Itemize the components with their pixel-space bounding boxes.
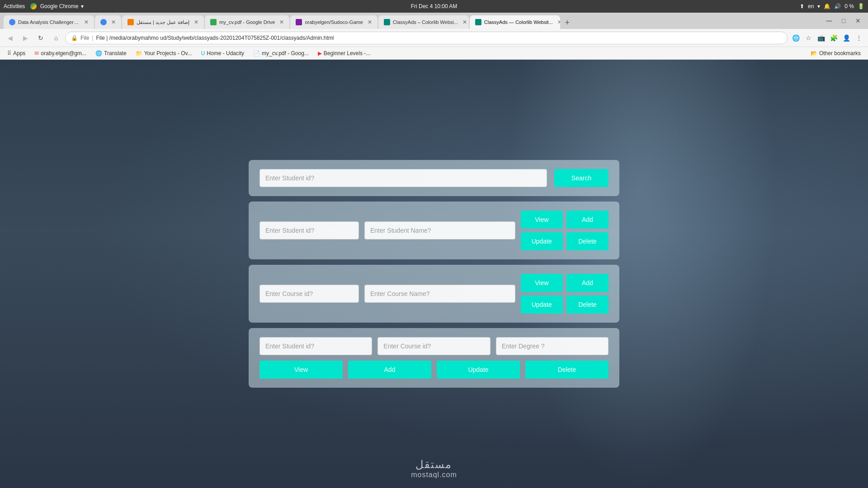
file-label: File — [80, 35, 89, 41]
language-indicator[interactable]: en — [808, 3, 814, 9]
bookmark-translate[interactable]: 🌐 Translate — [92, 49, 130, 57]
bookmark-star-icon[interactable]: ☆ — [803, 33, 814, 43]
bookmark-other[interactable]: 📂 Other bookmarks — [807, 49, 864, 57]
degree-section: View Add Update Delete — [249, 328, 619, 388]
degree-update-button[interactable]: Update — [437, 361, 520, 379]
degree-course-id-input[interactable] — [377, 337, 490, 355]
student-form-row: View Add Update Delete — [259, 211, 609, 250]
tab-3[interactable]: إضافة عمل جديد | مستقل ✕ — [122, 15, 204, 29]
tab-6[interactable]: ClassyAds – Colorlib Websi... ✕ — [378, 15, 469, 29]
chrome-cast-icon[interactable]: 📺 — [816, 33, 826, 43]
topbar-datetime: Fri Dec 4 10:00 AM — [411, 3, 458, 9]
reload-button[interactable]: ↻ — [34, 32, 47, 44]
degree-view-button[interactable]: View — [259, 361, 343, 379]
tab-7-favicon — [475, 19, 481, 25]
degree-add-button[interactable]: Add — [348, 361, 431, 379]
student-add-button[interactable]: Add — [566, 211, 609, 229]
course-id-input[interactable] — [259, 285, 359, 303]
student-update-button[interactable]: Update — [521, 232, 563, 250]
settings-icon[interactable]: ⋮ — [854, 33, 864, 43]
maximize-button[interactable]: □ — [837, 14, 850, 27]
tab-2-favicon — [100, 19, 107, 25]
topbar-right: ⬆ en ▾ 🔔 🔊 0 % 🔋 — [800, 3, 864, 9]
tab-3-close[interactable]: ✕ — [194, 19, 198, 25]
system-topbar: Activities Google Chrome ▾ Fri Dec 4 10:… — [0, 0, 868, 13]
bookmarks-bar: ⠿ Apps ✉ oraby.elgen@gm... 🌐 Translate 📁… — [0, 47, 868, 60]
course-name-input[interactable] — [364, 285, 515, 303]
volume-icon: 🔊 — [834, 3, 841, 9]
address-bar[interactable]: 🔒 File | File | /media/orabymahmo ud/Stu… — [65, 32, 788, 44]
gmail-label: oraby.elgen@gm... — [41, 50, 86, 56]
tab-7-close[interactable]: ✕ — [557, 19, 560, 25]
cv-label: my_cv.pdf - Goog... — [262, 50, 309, 56]
tab-1-label: Data Analysis Challenger - U... — [18, 19, 80, 25]
udacity-label: Home - Udacity — [207, 50, 244, 56]
profile-icon[interactable]: 👤 — [841, 33, 852, 43]
degree-form: View Add Update Delete — [259, 337, 609, 379]
tab-5-favicon — [296, 19, 302, 25]
translate-icon: 🌐 — [95, 50, 102, 56]
degree-value-input[interactable] — [496, 337, 609, 355]
degree-buttons-row: View Add Update Delete — [259, 361, 609, 379]
bookmark-beginner[interactable]: ▶ Beginner Levels -... — [314, 49, 374, 57]
tab-bar: Data Analysis Challenger - U... ✕ ✕ إضاف… — [0, 13, 868, 29]
tab-6-favicon — [384, 19, 390, 25]
projects-label: Your Projects - Ov... — [144, 50, 192, 56]
forward-button[interactable]: ▶ — [19, 32, 32, 44]
tab-2[interactable]: ✕ — [95, 15, 121, 29]
course-section: View Add Update Delete — [249, 265, 619, 323]
tab-5[interactable]: orabyelgen/Sudoco-Game ✕ — [290, 15, 377, 29]
tab-6-label: ClassyAds – Colorlib Websi... — [393, 19, 458, 25]
bookmark-projects[interactable]: 📁 Your Projects - Ov... — [132, 49, 196, 57]
bookmark-udacity[interactable]: U Home - Udacity — [198, 49, 248, 57]
beginner-label: Beginner Levels -... — [324, 50, 370, 56]
tab-1[interactable]: Data Analysis Challenger - U... ✕ — [4, 15, 94, 29]
tab-6-close[interactable]: ✕ — [462, 19, 467, 25]
admin-panel: Search View Add Update Delete — [249, 160, 619, 388]
tab-4-label: my_cv.pdf - Google Drive — [219, 19, 275, 25]
tab-5-close[interactable]: ✕ — [368, 19, 372, 25]
student-name-input[interactable] — [364, 221, 515, 239]
tab-4[interactable]: my_cv.pdf - Google Drive ✕ — [205, 15, 289, 29]
address-text: File | /media/orabymahmo ud/Study/web/cl… — [96, 35, 782, 41]
search-section: Search — [249, 160, 619, 196]
search-student-id-input[interactable] — [259, 169, 547, 187]
extensions-icon[interactable]: 🧩 — [828, 33, 839, 43]
degree-student-id-input[interactable] — [259, 337, 372, 355]
tab-4-close[interactable]: ✕ — [279, 19, 284, 25]
watermark: مستقل mostaql.com — [411, 458, 457, 479]
course-button-group: View Add Update Delete — [521, 274, 609, 314]
bookmark-cv[interactable]: 📄 my_cv.pdf - Goog... — [250, 49, 312, 57]
security-icon: 🔒 — [71, 35, 78, 41]
home-button[interactable]: ⌂ — [50, 32, 62, 44]
bookmark-apps[interactable]: ⠿ Apps — [4, 49, 29, 57]
tab-1-close[interactable]: ✕ — [84, 19, 89, 25]
back-button[interactable]: ◀ — [4, 32, 16, 44]
degree-delete-button[interactable]: Delete — [525, 361, 609, 379]
student-delete-button[interactable]: Delete — [566, 232, 609, 250]
course-delete-button[interactable]: Delete — [566, 296, 609, 314]
topbar-left: Activities Google Chrome ▾ — [4, 3, 84, 10]
browser-chrome: Data Analysis Challenger - U... ✕ ✕ إضاف… — [0, 13, 868, 60]
course-view-button[interactable]: View — [521, 274, 563, 292]
translate-nav-icon[interactable]: 🌐 — [790, 33, 801, 43]
student-id-input[interactable] — [259, 221, 359, 239]
navigation-bar: ◀ ▶ ↻ ⌂ 🔒 File | File | /media/orabymahm… — [0, 29, 868, 47]
course-update-button[interactable]: Update — [521, 296, 563, 314]
activities-label[interactable]: Activities — [4, 3, 25, 9]
new-tab-button[interactable]: + — [561, 16, 574, 29]
tab-7-label: ClassyAds — Colorlib Websit... — [484, 19, 553, 25]
beginner-icon: ▶ — [318, 50, 322, 56]
student-view-button[interactable]: View — [521, 211, 563, 229]
degree-inputs-row — [259, 337, 609, 355]
student-button-group: View Add Update Delete — [521, 211, 609, 250]
minimize-button[interactable]: ─ — [823, 14, 835, 27]
notification-icon: 🔔 — [824, 3, 830, 9]
bookmark-gmail[interactable]: ✉ oraby.elgen@gm... — [31, 49, 90, 57]
close-button[interactable]: ✕ — [852, 14, 864, 27]
search-button[interactable]: Search — [554, 169, 609, 187]
course-add-button[interactable]: Add — [566, 274, 609, 292]
tab-2-close[interactable]: ✕ — [111, 19, 116, 25]
tab-7[interactable]: ClassyAds — Colorlib Websit... ✕ — [470, 15, 560, 29]
browser-indicator: Google Chrome ▾ — [30, 3, 83, 10]
